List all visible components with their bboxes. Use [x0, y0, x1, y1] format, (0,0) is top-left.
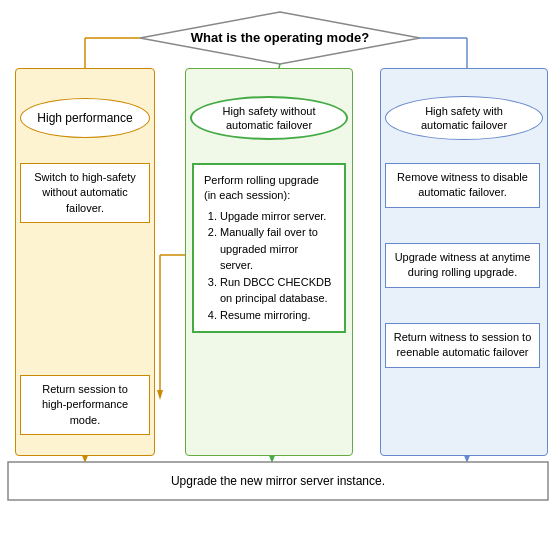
svg-marker-15	[268, 153, 276, 163]
diagram-container: What is the operating mode?	[0, 0, 560, 534]
svg-text:What is the operating mode?: What is the operating mode?	[191, 30, 369, 45]
svg-marker-23	[463, 313, 471, 323]
svg-marker-28	[157, 390, 163, 400]
svg-marker-6	[268, 88, 276, 98]
arrows-svg: What is the operating mode?	[0, 0, 560, 534]
svg-marker-21	[463, 233, 471, 243]
svg-marker-19	[463, 153, 471, 163]
svg-marker-11	[81, 153, 89, 163]
svg-marker-13	[81, 363, 89, 373]
svg-marker-9	[463, 88, 471, 98]
svg-text:Upgrade the new mirror server : Upgrade the new mirror server instance.	[171, 474, 385, 488]
svg-marker-4	[81, 88, 89, 98]
